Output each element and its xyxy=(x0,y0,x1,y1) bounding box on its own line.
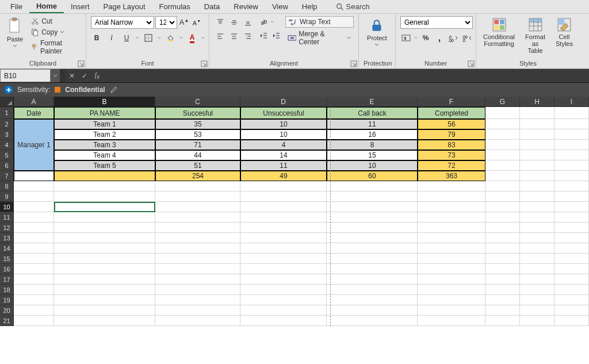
col-header-F[interactable]: F xyxy=(418,97,485,107)
cell[interactable] xyxy=(554,274,589,285)
cell[interactable]: 83 xyxy=(418,140,485,150)
cell[interactable] xyxy=(155,295,240,305)
row-header[interactable]: 6 xyxy=(0,160,14,171)
cell[interactable] xyxy=(54,181,155,191)
cell[interactable] xyxy=(327,243,418,254)
menu-review[interactable]: Review xyxy=(227,1,265,13)
cell[interactable] xyxy=(485,119,520,129)
cell[interactable] xyxy=(485,202,520,212)
protect-button[interactable]: Protect xyxy=(365,16,389,48)
cell[interactable] xyxy=(14,223,54,233)
number-format-select[interactable]: General xyxy=(400,16,473,29)
cell[interactable] xyxy=(155,212,240,223)
cell[interactable] xyxy=(155,233,240,243)
cell[interactable] xyxy=(155,254,240,264)
cell[interactable]: 79 xyxy=(418,129,485,140)
cell[interactable] xyxy=(520,254,554,264)
cell[interactable] xyxy=(155,316,240,326)
cell[interactable] xyxy=(418,264,485,274)
cell[interactable] xyxy=(155,264,240,274)
font-name-select[interactable]: Arial Narrow xyxy=(91,16,154,29)
cell[interactable] xyxy=(240,295,327,305)
cell[interactable] xyxy=(54,285,155,295)
cell[interactable]: 10 xyxy=(327,160,418,171)
chevron-down-icon[interactable] xyxy=(158,34,161,42)
decrease-decimal-button[interactable]: .00.0 xyxy=(461,32,473,44)
menu-page-layout[interactable]: Page Layout xyxy=(97,1,152,13)
cell[interactable]: Succesful xyxy=(155,107,240,119)
italic-button[interactable]: I xyxy=(106,32,117,44)
cell[interactable] xyxy=(240,305,327,316)
cell[interactable] xyxy=(54,305,155,316)
cell[interactable] xyxy=(554,223,589,233)
cell[interactable] xyxy=(418,305,485,316)
cell[interactable] xyxy=(54,243,155,254)
cell[interactable]: PA NAME xyxy=(54,107,155,119)
cell[interactable] xyxy=(54,171,155,181)
menu-insert[interactable]: Insert xyxy=(64,1,97,13)
pencil-icon[interactable] xyxy=(110,86,118,94)
chevron-down-icon[interactable] xyxy=(414,34,418,42)
cell[interactable]: 49 xyxy=(240,171,327,181)
cell[interactable] xyxy=(418,191,485,202)
row-header[interactable]: 12 xyxy=(0,223,14,233)
cell[interactable] xyxy=(14,212,54,223)
align-left-button[interactable] xyxy=(214,30,227,43)
cell[interactable] xyxy=(520,140,554,150)
col-header-H[interactable]: H xyxy=(520,97,554,107)
row-header[interactable]: 8 xyxy=(0,181,14,191)
cell[interactable] xyxy=(418,181,485,191)
cell[interactable] xyxy=(54,264,155,274)
cell[interactable] xyxy=(485,171,520,181)
cell[interactable]: 10 xyxy=(240,129,327,140)
col-header-A[interactable]: A xyxy=(14,97,54,107)
cell[interactable] xyxy=(520,191,554,202)
cell[interactable] xyxy=(14,254,54,264)
cell[interactable] xyxy=(520,212,554,223)
cell[interactable] xyxy=(14,285,54,295)
decrease-indent-button[interactable] xyxy=(258,30,269,41)
cell[interactable] xyxy=(485,305,520,316)
col-header-C[interactable]: C xyxy=(155,97,240,107)
cell[interactable] xyxy=(327,254,418,264)
borders-button[interactable] xyxy=(143,32,154,44)
cell[interactable] xyxy=(418,274,485,285)
cell[interactable] xyxy=(418,254,485,264)
dialog-launcher-icon[interactable] xyxy=(78,60,85,67)
cell[interactable]: Team 3 xyxy=(54,140,155,150)
cell[interactable] xyxy=(485,316,520,326)
cell[interactable] xyxy=(54,191,155,202)
name-box[interactable]: B10 xyxy=(0,69,51,82)
dialog-launcher-icon[interactable] xyxy=(350,60,357,67)
col-header-G[interactable]: G xyxy=(485,97,520,107)
cell[interactable] xyxy=(485,285,520,295)
cell[interactable] xyxy=(327,181,418,191)
font-color-button[interactable]: A xyxy=(186,32,198,44)
cell[interactable] xyxy=(14,202,54,212)
col-header-I[interactable]: I xyxy=(554,97,589,107)
cell[interactable] xyxy=(554,119,589,129)
cell[interactable] xyxy=(14,316,54,326)
cell[interactable] xyxy=(418,212,485,223)
cell[interactable] xyxy=(520,243,554,254)
chevron-down-icon[interactable] xyxy=(136,34,139,42)
align-top-button[interactable] xyxy=(214,16,227,29)
cell[interactable] xyxy=(554,285,589,295)
cell[interactable] xyxy=(155,223,240,233)
cell[interactable] xyxy=(520,107,554,119)
cell[interactable]: 51 xyxy=(155,160,240,171)
cell[interactable] xyxy=(240,223,327,233)
cell[interactable] xyxy=(485,254,520,264)
cell[interactable]: Completed xyxy=(418,107,485,119)
cell[interactable] xyxy=(554,181,589,191)
paste-button[interactable]: Paste xyxy=(5,16,25,49)
comma-button[interactable]: , xyxy=(434,32,445,44)
cell[interactable] xyxy=(155,191,240,202)
cell[interactable] xyxy=(554,202,589,212)
cell[interactable]: 53 xyxy=(155,129,240,140)
dialog-launcher-icon[interactable] xyxy=(468,60,475,67)
percent-button[interactable]: % xyxy=(420,32,431,44)
cell[interactable] xyxy=(554,160,589,171)
merged-cell-manager[interactable]: Manager 1 xyxy=(14,119,54,171)
cell[interactable] xyxy=(327,212,418,223)
